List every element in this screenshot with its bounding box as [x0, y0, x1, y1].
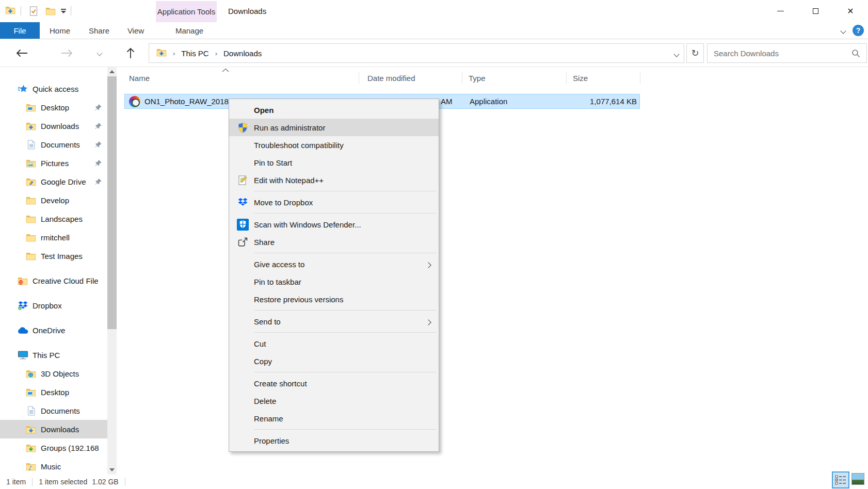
column-header-size[interactable]: Size — [573, 67, 588, 89]
folder-icon — [25, 233, 37, 242]
window-title: Downloads — [228, 0, 266, 22]
column-header-name[interactable]: Name — [129, 67, 150, 89]
sidebar-item-onedrive[interactable]: OneDrive — [0, 321, 107, 339]
details-view-button[interactable] — [832, 471, 849, 488]
recent-locations-button[interactable] — [93, 45, 106, 61]
scrollbar-thumb[interactable] — [107, 76, 117, 329]
column-divider[interactable] — [566, 72, 567, 84]
sidebar-item-this-pc[interactable]: This PC — [0, 346, 107, 364]
large-icons-view-button[interactable] — [851, 473, 864, 485]
column-divider[interactable] — [359, 72, 359, 84]
search-input[interactable] — [714, 49, 851, 58]
menu-item-pin-to-taskbar[interactable]: Pin to taskbar — [229, 273, 439, 290]
qat-properties-button[interactable] — [27, 5, 40, 17]
forward-button[interactable] — [58, 45, 76, 61]
sidebar-item-landscapes[interactable]: Landscapes — [0, 209, 107, 228]
menu-item-give-access-to[interactable]: Give access to — [229, 255, 439, 273]
menu-separator — [254, 372, 437, 372]
menu-item-troubleshoot-compatibility[interactable]: Troubleshoot compatibility — [229, 136, 439, 154]
menu-item-copy[interactable]: Copy — [229, 352, 439, 370]
tab-view[interactable]: View — [120, 22, 151, 39]
menu-item-move-to-dropbox[interactable]: Move to Dropbox — [229, 193, 439, 211]
breadcrumb-segment-this-pc[interactable]: This PC — [181, 49, 208, 58]
sidebar-item-pictures[interactable]: Pictures — [0, 154, 107, 172]
sidebar-item-music[interactable]: ♪Music — [0, 457, 107, 475]
address-bar[interactable]: ›This PC›Downloads — [149, 43, 684, 63]
column-divider[interactable] — [462, 72, 462, 84]
maximize-button[interactable] — [798, 0, 833, 22]
sidebar-item-label: Downloads — [41, 425, 79, 434]
sidebar-item-quick-access[interactable]: Quick access — [0, 79, 107, 98]
sidebar-item-desktop[interactable]: Desktop — [0, 98, 107, 117]
sidebar-item-creative-cloud-file[interactable]: CcCreative Cloud File — [0, 271, 107, 290]
navigation-pane: Quick accessDesktopDownloadsDocumentsPic… — [0, 67, 107, 475]
sidebar-item-label: Dropbox — [33, 301, 62, 310]
menu-item-cut[interactable]: Cut — [229, 335, 439, 352]
sidebar-item-label: OneDrive — [33, 326, 65, 335]
folder-music-icon: ♪ — [25, 462, 37, 471]
sidebar-item-label: rmitchell — [41, 233, 70, 242]
sidebar-item-documents[interactable]: Documents — [0, 401, 107, 420]
menu-item-properties[interactable]: Properties — [229, 432, 439, 449]
sidebar-item-3d-objects[interactable]: 3D Objects — [0, 364, 107, 383]
menu-item-delete[interactable]: Delete — [229, 392, 439, 410]
dropbox-check-icon — [17, 301, 28, 311]
sidebar-scrollbar[interactable] — [107, 67, 117, 475]
column-header-type[interactable]: Type — [469, 67, 486, 89]
tab-home[interactable]: Home — [42, 22, 77, 39]
sidebar-item-google-drive[interactable]: Google Drive — [0, 172, 107, 191]
scroll-up-arrow-icon[interactable] — [107, 67, 117, 76]
sidebar-item-label: This PC — [33, 351, 60, 360]
expand-ribbon-button[interactable] — [837, 26, 849, 36]
scroll-down-arrow-icon[interactable] — [107, 465, 117, 475]
help-button[interactable]: ? — [853, 25, 864, 36]
column-header-date-modified[interactable]: Date modified — [367, 67, 415, 89]
menu-item-label: Scan with Windows Defender... — [254, 220, 361, 229]
sidebar-item-develop[interactable]: Develop — [0, 191, 107, 209]
menu-item-scan-with-windows-defender-[interactable]: Scan with Windows Defender... — [229, 216, 439, 233]
minimize-button[interactable] — [763, 0, 798, 22]
menu-separator — [254, 310, 437, 311]
back-button[interactable] — [13, 45, 30, 61]
qat-new-folder-button[interactable] — [44, 5, 57, 17]
sidebar-item-label: 3D Objects — [41, 369, 79, 378]
sidebar-item-desktop[interactable]: Desktop — [0, 383, 107, 401]
sidebar-item-groups-192-168[interactable]: Groups (192.168 — [0, 438, 107, 457]
up-button[interactable] — [122, 45, 139, 61]
tab-manage[interactable]: Manage — [168, 22, 211, 39]
menu-item-open[interactable]: Open — [229, 101, 439, 119]
pin-icon — [94, 178, 102, 187]
details-view-icon — [835, 475, 846, 485]
tab-share[interactable]: Share — [82, 22, 117, 39]
dropbox-icon — [236, 198, 249, 207]
menu-item-edit-with-notepad-[interactable]: Edit with Notepad++ — [229, 171, 439, 189]
menu-item-send-to[interactable]: Send to — [229, 313, 439, 330]
folder-icon — [25, 215, 37, 223]
menu-item-rename[interactable]: Rename — [229, 410, 439, 427]
up-arrow-icon — [126, 47, 135, 59]
menu-item-pin-to-start[interactable]: Pin to Start — [229, 154, 439, 171]
contextual-tab-application-tools[interactable]: Application Tools — [156, 1, 217, 22]
sidebar-item-rmitchell[interactable]: rmitchell — [0, 228, 107, 247]
column-divider[interactable] — [640, 72, 640, 84]
qat-customize-button[interactable] — [57, 5, 70, 17]
sidebar-item-test-images[interactable]: Test Images — [0, 247, 107, 265]
sidebar-item-dropbox[interactable]: Dropbox — [0, 296, 107, 315]
menu-item-label: Share — [254, 238, 275, 247]
sidebar-item-downloads[interactable]: Downloads — [0, 420, 107, 438]
sidebar-item-documents[interactable]: Documents — [0, 135, 107, 154]
sidebar-item-downloads[interactable]: Downloads — [0, 117, 107, 135]
menu-item-restore-previous-versions[interactable]: Restore previous versions — [229, 290, 439, 308]
address-history-dropdown[interactable] — [674, 49, 679, 58]
menu-item-create-shortcut[interactable]: Create shortcut — [229, 374, 439, 392]
menu-item-share[interactable]: Share — [229, 233, 439, 251]
refresh-button[interactable]: ↻ — [686, 43, 704, 63]
breadcrumb-segment-downloads[interactable]: Downloads — [223, 49, 262, 58]
tab-file[interactable]: File — [0, 22, 40, 39]
menu-item-label: Copy — [254, 357, 272, 366]
sidebar-item-label: Creative Cloud File — [33, 276, 99, 285]
quick-access-star-icon — [17, 84, 28, 94]
close-button[interactable]: ✕ — [833, 0, 868, 22]
menu-item-run-as-administrator[interactable]: Run as administrator — [229, 119, 439, 136]
status-divider — [32, 478, 33, 486]
